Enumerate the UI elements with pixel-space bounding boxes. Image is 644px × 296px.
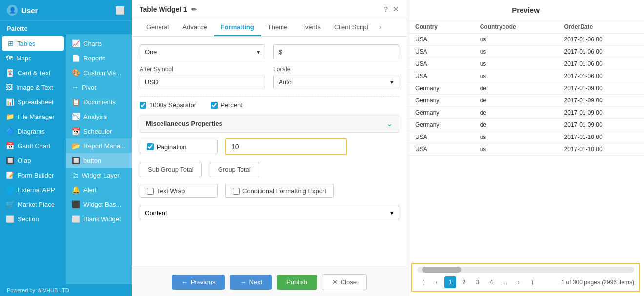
sidebar-item-analysis[interactable]: 📉 Analysis bbox=[66, 109, 132, 124]
sidebar-item-pivot[interactable]: ↔ Pivot bbox=[66, 80, 132, 95]
sidebar-footer: Powered by: AIVHUB LTD bbox=[0, 284, 132, 296]
last-page-btn[interactable]: ⟩ bbox=[526, 276, 538, 288]
pagination-scrollbar-thumb bbox=[422, 267, 461, 273]
sidebar-label-reports: Reports bbox=[83, 55, 106, 62]
page-2-btn[interactable]: 2 bbox=[458, 276, 470, 288]
next-page-btn[interactable]: › bbox=[513, 276, 524, 288]
after-symbol-input[interactable]: USD bbox=[140, 75, 265, 89]
close-button[interactable]: ✕ Close bbox=[322, 274, 367, 290]
tab-general[interactable]: General bbox=[140, 19, 176, 36]
sidebar-item-external-app[interactable]: 🌐 External APP bbox=[0, 182, 66, 197]
cell-date: 2017-01-09 00 bbox=[557, 82, 644, 95]
edit-icon[interactable]: ✏ bbox=[191, 6, 197, 13]
sidebar-item-form-builder[interactable]: 📝 Form Builder bbox=[0, 168, 66, 182]
percent-input[interactable] bbox=[211, 102, 218, 109]
market-place-icon: 🛒 bbox=[6, 200, 14, 208]
sub-group-total-btn[interactable]: Sub Group Total bbox=[140, 162, 202, 177]
misc-section-header[interactable]: Miscellaneous Properties ⌄ bbox=[140, 115, 399, 133]
sidebar-item-button[interactable]: 🔲 button bbox=[66, 153, 132, 168]
olap-icon: 🔲 bbox=[6, 157, 14, 164]
sidebar-label-diagrams: Diagrams bbox=[18, 128, 45, 135]
next-button[interactable]: → Next bbox=[230, 275, 272, 290]
text-wrap-row: Text Wrap Conditional Formatting Export bbox=[140, 184, 399, 198]
locale-select[interactable]: Auto ▾ bbox=[273, 75, 399, 89]
card-icon: 🃏 bbox=[6, 69, 14, 77]
sidebar-item-maps[interactable]: 🗺 Maps bbox=[0, 51, 66, 65]
sidebar-item-widget-layer[interactable]: 🗂 Widget Layer bbox=[66, 168, 132, 182]
sidebar-item-scheduler[interactable]: 📆 Scheduler bbox=[66, 124, 132, 138]
after-symbol-label: After Symbol bbox=[140, 66, 265, 73]
sidebar-item-blank-widget[interactable]: ⬜ Blank Widget bbox=[66, 212, 132, 226]
sidebar-label-file-manager: File Manager bbox=[18, 113, 55, 120]
close-widget-icon[interactable]: ✕ bbox=[393, 5, 399, 14]
previous-button[interactable]: ← Previous bbox=[172, 275, 225, 290]
thousands-separator-checkbox[interactable]: 1000s Separator bbox=[140, 101, 196, 109]
sidebar-expand-icon[interactable]: ⬜ bbox=[115, 6, 125, 15]
preview-panel: Preview Country Countrycode OrderDate US… bbox=[407, 0, 644, 296]
documents-icon: 📋 bbox=[72, 98, 80, 106]
currency-symbol-input[interactable]: $ bbox=[273, 44, 399, 59]
tab-theme[interactable]: Theme bbox=[261, 19, 294, 36]
sidebar-right: 📈 Charts 📄 Reports 🎨 Custom Vis... ↔ Piv… bbox=[66, 34, 132, 284]
pagination-checkbox[interactable]: Pagination bbox=[140, 140, 218, 154]
sidebar-item-market-place[interactable]: 🛒 Market Place bbox=[0, 197, 66, 212]
sidebar-label-market-place: Market Place bbox=[18, 201, 55, 208]
page-ellipsis-btn[interactable]: ... bbox=[499, 276, 511, 288]
sidebar-item-section[interactable]: ⬜ Section bbox=[0, 212, 66, 226]
form-builder-icon: 📝 bbox=[6, 171, 14, 179]
user-label: User bbox=[21, 6, 38, 15]
page-4-btn[interactable]: 4 bbox=[485, 276, 497, 288]
prev-page-btn[interactable]: ‹ bbox=[431, 276, 443, 288]
dialog-area: Table Widget 1 ✏ ? ✕ General Advance For… bbox=[132, 0, 644, 296]
publish-button[interactable]: Publish bbox=[277, 275, 317, 290]
panel-body: One ▾ $ After Symbol bbox=[132, 37, 407, 268]
tab-formatting[interactable]: Formatting bbox=[214, 19, 261, 36]
sidebar-user: 👤 User bbox=[7, 5, 38, 16]
sidebar-item-documents[interactable]: 📋 Documents bbox=[66, 95, 132, 109]
tab-client-script[interactable]: Client Script bbox=[327, 19, 375, 36]
page-1-btn[interactable]: 1 bbox=[444, 276, 456, 288]
tab-events[interactable]: Events bbox=[294, 19, 327, 36]
button-icon: 🔲 bbox=[72, 157, 80, 164]
conditional-formatting-checkbox[interactable]: Conditional Formatting Export bbox=[225, 184, 334, 198]
tab-more-icon[interactable]: › bbox=[375, 19, 385, 36]
number-format-select[interactable]: One ▾ bbox=[140, 44, 265, 59]
percent-checkbox[interactable]: Percent bbox=[211, 101, 242, 109]
pagination-input[interactable] bbox=[147, 143, 154, 150]
group-total-btn[interactable]: Group Total bbox=[210, 162, 259, 177]
sidebar-item-charts[interactable]: 📈 Charts bbox=[66, 36, 132, 51]
tab-advance[interactable]: Advance bbox=[176, 19, 214, 36]
text-wrap-input[interactable] bbox=[147, 188, 154, 195]
thousands-separator-input[interactable] bbox=[140, 102, 146, 109]
sidebar-item-custom-vis[interactable]: 🎨 Custom Vis... bbox=[66, 65, 132, 80]
sidebar-item-file-manager[interactable]: 📁 File Manager bbox=[0, 109, 66, 124]
sidebar-label-tables: Tables bbox=[17, 40, 36, 47]
table-row: Germany de 2017-01-09 00 bbox=[407, 82, 644, 95]
page-3-btn[interactable]: 3 bbox=[472, 276, 483, 288]
sidebar-item-card-text[interactable]: 🃏 Card & Text bbox=[0, 65, 66, 80]
cell-country: USA bbox=[407, 34, 472, 46]
sidebar-item-alert[interactable]: 🔔 Alert bbox=[66, 182, 132, 197]
sidebar-item-olap[interactable]: 🔲 Olap bbox=[0, 153, 66, 168]
sidebar-item-reports[interactable]: 📄 Reports bbox=[66, 51, 132, 65]
sidebar-item-gantt[interactable]: 📅 Gantt Chart bbox=[0, 138, 66, 153]
sidebar-item-image-text[interactable]: 🖼 Image & Text bbox=[0, 80, 66, 95]
col-countrycode: Countrycode bbox=[472, 20, 557, 34]
sidebar-item-widget-base[interactable]: ⬛ Widget Bas... bbox=[66, 197, 132, 212]
pagination-scrollbar[interactable] bbox=[417, 267, 634, 273]
sidebar-item-tables[interactable]: ⊞ Tables bbox=[2, 36, 64, 51]
sidebar-item-report-manager[interactable]: 📂 Report Mana... bbox=[66, 138, 132, 153]
content-select[interactable]: Content ▾ bbox=[140, 205, 399, 220]
text-wrap-checkbox[interactable]: Text Wrap bbox=[140, 184, 218, 198]
cell-date: 2017-01-06 00 bbox=[557, 58, 644, 70]
cell-date: 2017-01-06 00 bbox=[557, 70, 644, 82]
table-row: Germany de 2017-01-09 00 bbox=[407, 95, 644, 107]
first-page-btn[interactable]: ⟨ bbox=[417, 276, 429, 288]
conditional-formatting-input[interactable] bbox=[233, 188, 240, 195]
sidebar-label-scheduler: Scheduler bbox=[83, 128, 112, 135]
help-icon[interactable]: ? bbox=[384, 5, 388, 14]
sidebar-item-diagrams[interactable]: 🔷 Diagrams bbox=[0, 124, 66, 138]
sidebar-item-spreadsheet[interactable]: 📊 Spreadsheet bbox=[0, 95, 66, 109]
sidebar-content: ⊞ Tables 🗺 Maps 🃏 Card & Text 🖼 Image & … bbox=[0, 34, 132, 284]
pagination-value-input[interactable] bbox=[225, 138, 347, 155]
